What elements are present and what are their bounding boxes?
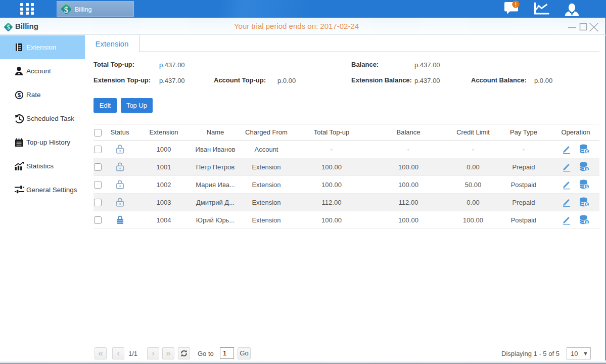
svg-text:$: $ — [18, 92, 21, 98]
svg-text:$: $ — [585, 202, 588, 207]
svg-text:$: $ — [585, 149, 588, 154]
svg-text:$: $ — [585, 220, 588, 225]
svg-text:!: ! — [515, 2, 517, 8]
svg-text:$: $ — [585, 185, 588, 190]
svg-text:$: $ — [585, 167, 588, 172]
